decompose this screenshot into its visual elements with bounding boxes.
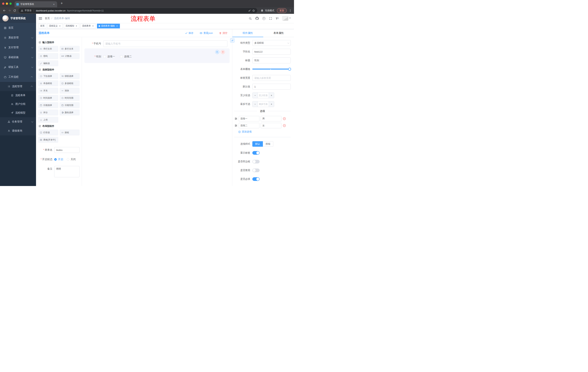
increase-button[interactable]: +	[269, 93, 274, 98]
update-button[interactable]: 更新	[277, 8, 287, 13]
help-icon[interactable]: ?	[262, 17, 265, 20]
field-name-input[interactable]	[252, 49, 291, 55]
sidebar-item-system[interactable]: 系统管理	[0, 33, 36, 43]
tag-close-icon[interactable]: ×	[116, 25, 118, 27]
default-value-input[interactable]	[252, 84, 291, 90]
palette-item-upload[interactable]: 上传	[38, 117, 58, 123]
sidebar-item-task-mgmt[interactable]: 任务管理	[0, 117, 36, 126]
forward-icon[interactable]	[7, 8, 12, 13]
view-json-button[interactable]: 查看json	[200, 32, 213, 35]
grid-slider[interactable]	[252, 66, 291, 72]
breadcrumb-home[interactable]: 首页	[45, 17, 50, 20]
save-button[interactable]: 保存	[185, 32, 193, 35]
palette-item-single-text[interactable]: 单行文本	[38, 46, 58, 52]
back-icon[interactable]	[2, 8, 7, 13]
option-label-input[interactable]	[239, 123, 259, 128]
palette-item-color[interactable]: 颜色选择	[60, 110, 80, 115]
decrease-button[interactable]: −	[252, 101, 258, 107]
add-option-button[interactable]: 添加选项	[238, 130, 291, 133]
palette-item-switch[interactable]: 开关	[38, 88, 58, 94]
style-button-button[interactable]: 按钮	[263, 141, 273, 147]
min-select-value[interactable]: 至少应选	[258, 93, 269, 98]
sidebar-item-workflow[interactable]: 工作流程	[0, 72, 36, 82]
palette-item-date[interactable]: 日期选择	[38, 102, 58, 108]
clear-button[interactable]: 清空	[219, 32, 227, 35]
tag-process-definition[interactable]: 流程定义 ×	[47, 24, 63, 28]
palette-item-checkbox-group[interactable]: 多选框组	[60, 80, 80, 86]
max-select-value[interactable]: 最多可选	[258, 101, 269, 107]
sidebar-item-process-form[interactable]: 流程表单	[0, 91, 36, 100]
show-label-switch[interactable]	[252, 151, 260, 155]
sidebar-item-leave-query[interactable]: 请假查询	[0, 126, 36, 135]
style-default-button[interactable]: 默认	[252, 141, 263, 147]
tag-process-model[interactable]: 流程模型 ×	[64, 24, 79, 28]
status-on-radio[interactable]: 开启	[54, 158, 63, 161]
border-switch[interactable]	[252, 160, 260, 163]
component-type-select[interactable]: 多选框组	[252, 40, 291, 46]
gender-option2-checkbox[interactable]: 选项二	[120, 55, 132, 58]
link-button[interactable]	[230, 38, 234, 43]
fullscreen-icon[interactable]	[269, 17, 272, 20]
increase-button[interactable]: +	[269, 101, 274, 107]
field-phone[interactable]: *手机号	[84, 40, 230, 47]
sidebar-item-payment[interactable]: ¥ 支付管理	[0, 43, 36, 53]
palette-item-select[interactable]: 下拉选择	[38, 73, 58, 79]
sidebar-item-process-model[interactable]: 流程模型	[0, 108, 36, 117]
form-remark-textarea[interactable]: 嘿嘿	[54, 166, 80, 177]
bookmark-star-icon[interactable]	[252, 9, 255, 12]
gender-option1-checkbox[interactable]: 选项一	[103, 55, 115, 58]
palette-item-counter[interactable]: 123 计数器	[60, 53, 80, 59]
tag-close-icon[interactable]: ×	[92, 25, 94, 27]
tag-home[interactable]: 首页	[39, 24, 46, 28]
palette-item-password[interactable]: 密码	[38, 53, 58, 59]
tag-close-icon[interactable]: ×	[75, 25, 78, 27]
palette-item-radio-group[interactable]: 单选框组	[38, 80, 58, 86]
tag-close-icon[interactable]: ×	[59, 25, 61, 27]
drag-handle-icon[interactable]	[234, 124, 237, 127]
remove-option-button[interactable]	[283, 117, 286, 120]
copy-component-button[interactable]	[215, 50, 219, 54]
palette-item-button[interactable]: 按钮	[60, 130, 80, 135]
option-value-input[interactable]	[261, 116, 282, 121]
remove-option-button[interactable]	[283, 124, 286, 127]
window-zoom-button[interactable]	[10, 2, 12, 5]
design-canvas[interactable]: *手机号	[82, 37, 232, 186]
delete-component-button[interactable]	[221, 50, 225, 54]
slider-handle[interactable]	[288, 68, 291, 71]
tag-process-form-edit[interactable]: 流程表单-编辑 ×	[97, 24, 120, 28]
palette-item-time-range[interactable]: 时间范围	[60, 95, 80, 101]
github-icon[interactable]	[255, 17, 259, 20]
disabled-switch[interactable]	[252, 169, 260, 172]
palette-item-time[interactable]: 时间选择	[38, 95, 58, 101]
status-off-radio[interactable]: 关闭	[67, 158, 76, 161]
window-close-button[interactable]	[2, 2, 4, 5]
sidebar-item-user-group[interactable]: 用户分组	[0, 100, 36, 108]
search-icon[interactable]	[249, 17, 252, 20]
user-avatar[interactable]	[282, 16, 291, 21]
palette-item-cascader[interactable]: 级联选择	[60, 73, 80, 79]
tag-process-form[interactable]: 流程表单 ×	[80, 24, 96, 28]
tab-component-props[interactable]: 组件属性	[232, 29, 263, 37]
password-key-icon[interactable]	[248, 9, 251, 12]
palette-item-date-range[interactable]: 日期范围	[60, 102, 80, 108]
tab-form-props[interactable]: 表单属性	[263, 29, 294, 37]
hamburger-icon[interactable]	[36, 14, 45, 23]
address-bar[interactable]: 不安全 dashboard.yudao.iocoder.cn/bpm/manag…	[19, 8, 257, 13]
phone-input[interactable]	[103, 40, 227, 47]
sidebar-item-devtools[interactable]: 研发工具	[0, 62, 36, 72]
palette-item-multi-text[interactable]: 多行文本	[60, 46, 80, 52]
form-name-input[interactable]	[54, 147, 80, 153]
browser-tab[interactable]: 芋道管理系统 ×	[15, 1, 57, 7]
palette-item-row-container[interactable]: 行容器	[38, 130, 58, 135]
sidebar-item-process-mgmt[interactable]: 流程管理	[0, 82, 36, 91]
sidebar-item-infra[interactable]: 基础设施	[0, 53, 36, 62]
browser-menu-icon[interactable]	[288, 8, 292, 13]
palette-item-table[interactable]: 表格[开发中]	[38, 137, 58, 143]
option-value-input[interactable]	[261, 123, 282, 128]
decrease-button[interactable]: −	[252, 93, 258, 98]
tab-close-icon[interactable]: ×	[52, 3, 55, 6]
drag-handle-icon[interactable]	[234, 117, 237, 120]
palette-item-editor[interactable]: 编辑器	[38, 60, 58, 66]
palette-item-rate[interactable]: 评分	[38, 110, 58, 115]
security-warning-icon[interactable]	[21, 9, 23, 12]
